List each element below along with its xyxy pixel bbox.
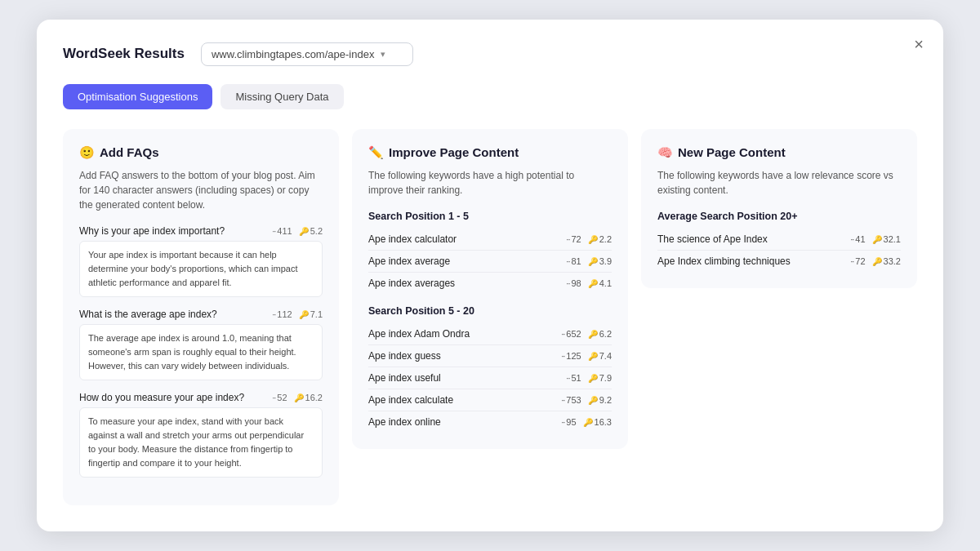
key-icon — [872, 256, 882, 266]
key-icon — [588, 256, 598, 266]
eye-icon — [566, 234, 569, 244]
kw-meta: 51 7.9 — [566, 373, 612, 383]
faq-question-1: Why is your ape index important? 411 5.2 — [79, 225, 323, 237]
faq-views-3: 52 — [272, 393, 287, 402]
faq-question-2: What is the average ape index? 112 7.1 — [79, 309, 323, 320]
kw-meta: 125 7.4 — [561, 351, 612, 361]
faq-kd-3: 16.2 — [294, 393, 323, 402]
eye-icon — [272, 393, 275, 402]
faq-answer-2: The average ape index is around 1.0, mea… — [79, 324, 323, 380]
kw-meta: 98 4.1 — [566, 278, 612, 288]
key-icon — [299, 226, 309, 236]
faq-views-1: 411 — [272, 226, 292, 236]
improve-section-2-label: Search Position 5 - 20 — [368, 305, 612, 317]
new-section-1-label: Average Search Position 20+ — [657, 211, 901, 222]
kw-meta: 95 16.3 — [561, 417, 612, 427]
faq-kd-2: 7.1 — [299, 309, 323, 319]
new-content-title: 🧠 New Page Content — [657, 145, 901, 160]
chevron-down-icon: ▾ — [381, 49, 385, 60]
kw-meta: 652 6.2 — [561, 329, 612, 339]
key-icon — [583, 417, 593, 427]
kw-meta: 81 3.9 — [566, 256, 612, 266]
faqs-description: Add FAQ answers to the bottom of your bl… — [79, 168, 323, 212]
key-icon — [294, 393, 304, 402]
faq-kd-1: 5.2 — [299, 226, 323, 236]
improve-section-2-keywords: Ape index Adam Ondra 652 6.2 Ape index g… — [368, 323, 612, 433]
key-icon — [588, 278, 598, 288]
improve-title: ✏️ Improve Page Content — [368, 145, 612, 160]
new-content-description: The following keywords have a low releva… — [657, 168, 901, 198]
keyword-row: Ape index calculate 753 9.2 — [368, 389, 612, 411]
eye-icon — [561, 351, 564, 361]
improve-column: ✏️ Improve Page Content The following ke… — [352, 129, 628, 449]
new-content-column: 🧠 New Page Content The following keyword… — [641, 129, 917, 288]
keyword-row: Ape index online 95 16.3 — [368, 411, 612, 433]
faq-meta-2: 112 7.1 — [272, 309, 323, 319]
faqs-emoji: 🙂 — [79, 145, 95, 160]
key-icon — [588, 373, 598, 383]
key-icon — [588, 234, 598, 244]
new-section-1-keywords: The science of Ape Index 41 32.1 Ape Ind… — [657, 229, 901, 272]
faq-question-3: How do you measure your ape index? 52 16… — [79, 392, 323, 403]
keyword-row: Ape index calculator 72 2.2 — [368, 229, 612, 251]
faq-item-3: How do you measure your ape index? 52 16… — [79, 392, 323, 478]
kw-meta: 72 2.2 — [566, 234, 612, 244]
eye-icon — [566, 278, 569, 288]
faqs-title: 🙂 Add FAQs — [79, 145, 323, 160]
eye-icon — [561, 329, 564, 339]
key-icon — [588, 351, 598, 361]
wordseek-modal: WordSeek Results www.climbingtapes.com/a… — [37, 20, 943, 531]
key-icon — [872, 234, 882, 244]
faq-item-1: Why is your ape index important? 411 5.2… — [79, 225, 323, 297]
keyword-row: Ape index average 81 3.9 — [368, 251, 612, 273]
eye-icon — [566, 256, 569, 266]
improve-emoji: ✏️ — [368, 145, 384, 160]
improve-section-1-label: Search Position 1 - 5 — [368, 211, 612, 222]
eye-icon — [561, 395, 564, 405]
eye-icon — [566, 373, 569, 383]
tabs-container: Optimisation Suggestions Missing Query D… — [63, 84, 917, 109]
improve-description: The following keywords have a high poten… — [368, 168, 612, 198]
key-icon — [299, 309, 309, 319]
modal-title: WordSeek Results — [63, 46, 185, 62]
new-content-emoji: 🧠 — [657, 145, 673, 160]
url-selector[interactable]: www.climbingtapes.com/ape-index ▾ — [201, 42, 413, 66]
keyword-row: Ape index guess 125 7.4 — [368, 345, 612, 367]
keyword-row: The science of Ape Index 41 32.1 — [657, 229, 901, 251]
tab-missing-query[interactable]: Missing Query Data — [220, 84, 343, 109]
key-icon — [588, 395, 598, 405]
keyword-row: Ape index Adam Ondra 652 6.2 — [368, 323, 612, 345]
url-text: www.climbingtapes.com/ape-index — [212, 48, 374, 60]
kw-meta: 41 32.1 — [850, 234, 901, 244]
key-icon — [588, 329, 598, 339]
eye-icon — [272, 226, 275, 236]
faq-item-2: What is the average ape index? 112 7.1 T… — [79, 309, 323, 380]
close-button[interactable]: × — [914, 36, 924, 52]
faq-meta-1: 411 5.2 — [272, 226, 323, 236]
eye-icon — [850, 256, 853, 266]
faqs-column: 🙂 Add FAQs Add FAQ answers to the bottom… — [63, 129, 339, 505]
modal-header: WordSeek Results www.climbingtapes.com/a… — [63, 42, 917, 66]
keyword-row: Ape Index climbing techniques 72 33.2 — [657, 251, 901, 272]
kw-meta: 753 9.2 — [561, 395, 612, 405]
faq-answer-3: To measure your ape index, stand with yo… — [79, 407, 323, 478]
faq-meta-3: 52 16.2 — [272, 393, 323, 402]
columns-container: 🙂 Add FAQs Add FAQ answers to the bottom… — [63, 129, 917, 505]
eye-icon — [850, 234, 853, 244]
eye-icon — [561, 417, 564, 427]
improve-section-1-keywords: Ape index calculator 72 2.2 Ape index av… — [368, 229, 612, 294]
kw-meta: 72 33.2 — [850, 256, 901, 266]
tab-optimisation[interactable]: Optimisation Suggestions — [63, 84, 212, 109]
keyword-row: Ape index averages 98 4.1 — [368, 273, 612, 294]
eye-icon — [272, 309, 275, 319]
keyword-row: Ape index useful 51 7.9 — [368, 367, 612, 389]
faq-views-2: 112 — [272, 309, 292, 319]
faq-answer-1: Your ape index is important because it c… — [79, 241, 323, 297]
